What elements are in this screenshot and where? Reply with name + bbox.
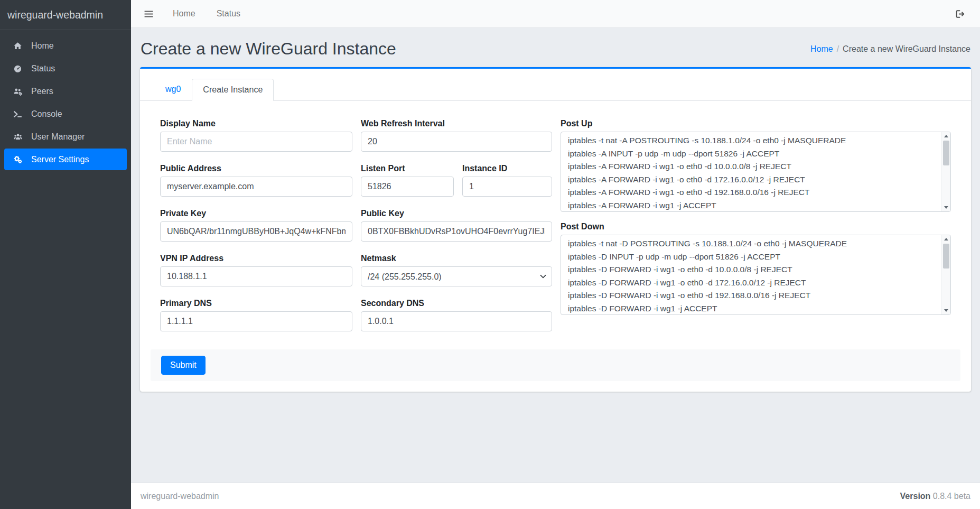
form-column-1: Display Name Public Address Private Key <box>160 118 352 343</box>
netmask-label: Netmask <box>361 253 552 263</box>
terminal-icon <box>11 110 24 118</box>
cogs-icon <box>11 155 24 164</box>
instance-card: wg0 Create Instance Display Name Public <box>140 67 971 392</box>
form-column-3: Post Up iptables -t nat -A POSTROUTING -… <box>561 118 951 327</box>
secondary-dns-label: Secondary DNS <box>361 298 552 308</box>
footer-version: Version 0.8.4 beta <box>900 492 970 501</box>
scroll-up-arrow-icon[interactable] <box>942 235 950 243</box>
vpn-ip-field[interactable] <box>160 266 352 286</box>
sidebar-item-console[interactable]: Console <box>4 103 127 125</box>
footer-version-label: Version <box>900 492 931 501</box>
scroll-down-arrow-icon[interactable] <box>942 203 950 211</box>
hamburger-menu-icon[interactable] <box>144 10 154 18</box>
sidebar-item-label: Server Settings <box>31 155 89 164</box>
primary-dns-field[interactable] <box>160 311 352 331</box>
tab-wg0[interactable]: wg0 <box>154 78 192 100</box>
post-up-scrollbar[interactable] <box>941 132 950 211</box>
nav-link-status[interactable]: Status <box>217 9 240 18</box>
instance-tabs: wg0 Create Instance <box>140 69 971 101</box>
brand-title: wireguard-webadmin <box>0 0 131 30</box>
page-footer: wireguard-webadmin Version 0.8.4 beta <box>131 483 980 509</box>
breadcrumb-separator: / <box>837 44 839 53</box>
nav-link-home[interactable]: Home <box>173 9 195 18</box>
gauge-icon <box>11 64 24 73</box>
content-header: Create a new WireGuard Instance Home/Cre… <box>140 37 971 67</box>
listen-port-field[interactable] <box>361 177 454 197</box>
instance-id-field[interactable] <box>462 177 552 197</box>
sidebar-item-label: Console <box>31 109 62 119</box>
scrollbar-thumb[interactable] <box>943 244 949 269</box>
secondary-dns-field[interactable] <box>361 311 552 331</box>
netmask-select[interactable]: /24 (255.255.255.0) <box>361 266 552 286</box>
post-down-label: Post Down <box>561 221 951 232</box>
primary-dns-label: Primary DNS <box>160 298 352 308</box>
display-name-label: Display Name <box>160 118 352 128</box>
instance-form: Display Name Public Address Private Key <box>140 101 971 392</box>
scroll-up-arrow-icon[interactable] <box>942 132 950 140</box>
sidebar-item-label: Status <box>31 64 55 73</box>
page-title: Create a new WireGuard Instance <box>141 39 396 59</box>
scrollbar-thumb[interactable] <box>943 141 949 165</box>
sidebar-item-label: Peers <box>31 87 53 96</box>
public-key-label: Public Key <box>361 208 552 218</box>
web-refresh-interval-field[interactable] <box>361 132 552 152</box>
post-up-text: iptables -t nat -A POSTROUTING -s 10.188… <box>561 132 941 211</box>
private-key-field[interactable] <box>160 221 352 242</box>
public-address-field[interactable] <box>160 177 352 197</box>
scroll-down-arrow-icon[interactable] <box>942 307 950 314</box>
vpn-ip-label: VPN IP Address <box>160 253 352 263</box>
main-area: Home Status Create a new WireGuard Insta… <box>131 0 980 509</box>
sidebar: wireguard-webadmin Home Status Peers <box>0 0 131 509</box>
footer-app-name: wireguard-webadmin <box>141 492 219 501</box>
sidebar-item-server-settings[interactable]: Server Settings <box>4 149 127 170</box>
sidebar-item-label: Home <box>31 41 54 51</box>
users-gear-icon <box>11 87 24 96</box>
post-down-text: iptables -t nat -D POSTROUTING -s 10.188… <box>561 235 941 314</box>
users-icon <box>11 133 24 141</box>
sidebar-item-home[interactable]: Home <box>4 35 127 57</box>
form-grid: Display Name Public Address Private Key <box>160 118 951 343</box>
breadcrumb: Home/Create a new WireGuard Instance <box>810 44 970 54</box>
app-window: wireguard-webadmin Home Status Peers <box>0 0 980 509</box>
submit-button[interactable]: Submit <box>161 356 206 375</box>
sidebar-item-status[interactable]: Status <box>4 58 127 79</box>
web-refresh-interval-label: Web Refresh Interval <box>361 118 552 128</box>
display-name-field[interactable] <box>160 132 352 152</box>
sidebar-item-peers[interactable]: Peers <box>4 80 127 102</box>
sidebar-menu: Home Status Peers Console <box>0 30 131 176</box>
post-up-label: Post Up <box>561 118 951 128</box>
public-address-label: Public Address <box>160 163 352 173</box>
sign-out-icon[interactable] <box>955 10 965 18</box>
form-footer: Submit <box>151 349 960 381</box>
footer-version-value: 0.8.4 beta <box>933 492 970 501</box>
tab-create-instance[interactable]: Create Instance <box>192 79 274 101</box>
public-key-field[interactable] <box>361 221 552 242</box>
breadcrumb-home-link[interactable]: Home <box>810 44 833 53</box>
private-key-label: Private Key <box>160 208 352 218</box>
home-icon <box>11 42 24 50</box>
listen-port-label: Listen Port <box>361 163 454 173</box>
post-up-textarea[interactable]: iptables -t nat -A POSTROUTING -s 10.188… <box>561 132 951 212</box>
content-area: Create a new WireGuard Instance Home/Cre… <box>131 28 980 392</box>
breadcrumb-current: Create a new WireGuard Instance <box>843 44 970 53</box>
sidebar-item-user-manager[interactable]: User Manager <box>4 126 127 147</box>
instance-id-label: Instance ID <box>462 163 552 173</box>
post-down-textarea[interactable]: iptables -t nat -D POSTROUTING -s 10.188… <box>561 235 951 315</box>
form-column-2: Web Refresh Interval Listen Port Instanc… <box>361 118 552 343</box>
post-down-scrollbar[interactable] <box>941 235 950 314</box>
sidebar-item-label: User Manager <box>31 132 85 142</box>
top-navbar: Home Status <box>131 0 980 28</box>
